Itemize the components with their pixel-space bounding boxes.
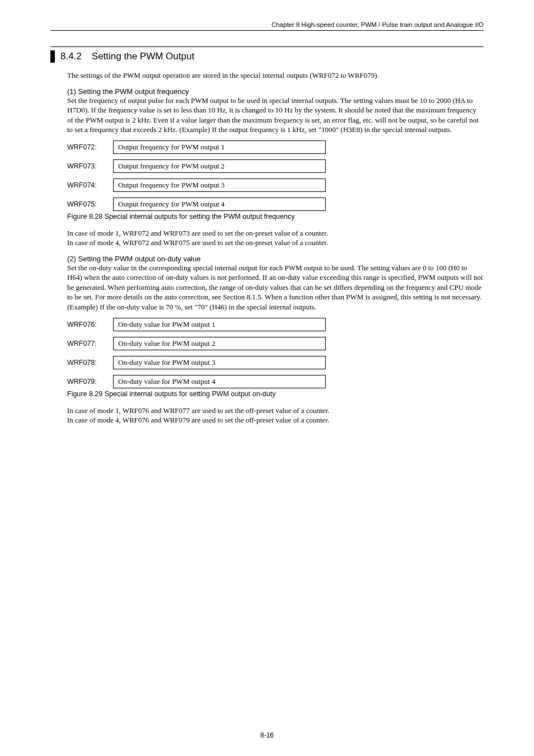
reg-row: WRF076: On-duty value for PWM output 1 — [67, 318, 484, 331]
reg-description: Output frequency for PWM output 1 — [113, 140, 326, 154]
part1-body: Set the frequency of output pulse for ea… — [67, 96, 484, 135]
reg-row: WRF073: Output frequency for PWM output … — [67, 159, 484, 173]
part2-note2: In case of mode 4, WRF076 and WRF079 are… — [67, 415, 484, 425]
reg-label: WRF074: — [67, 181, 113, 189]
section-title: Setting the PWM Output — [92, 51, 194, 62]
reg-row: WRF075: Output frequency for PWM output … — [67, 198, 484, 211]
reg-description: On-duty value for PWM output 2 — [113, 337, 326, 350]
reg-label: WRF079: — [67, 378, 113, 386]
reg-row: WRF078: On-duty value for PWM output 3 — [67, 356, 484, 369]
part1-note2: In case of mode 4, WRF072 and WRF075 are… — [67, 238, 484, 248]
reg-label: WRF077: — [67, 340, 113, 348]
reg-description: On-duty value for PWM output 3 — [113, 356, 326, 369]
reg-label: WRF072: — [67, 143, 113, 151]
figure-caption-1: Figure 8.28 Special internal outputs for… — [67, 213, 484, 220]
section-heading: 8.4.2 Setting the PWM Output — [50, 46, 484, 63]
reg-description: Output frequency for PWM output 4 — [113, 198, 326, 211]
section-number: 8.4.2 — [60, 51, 82, 62]
reg-label: WRF075: — [67, 200, 113, 208]
reg-description: On-duty value for PWM output 1 — [113, 318, 326, 331]
intro-paragraph: The settings of the PWM output operation… — [67, 71, 484, 81]
part2-note1: In case of mode 1, WRF076 and WRF077 are… — [67, 406, 484, 416]
part2-body: Set the on-duty value in the correspondi… — [67, 263, 484, 312]
section-bar-icon — [50, 50, 55, 63]
part1-heading: (1) Setting the PWM output frequency — [67, 87, 484, 96]
reg-label: WRF073: — [67, 162, 113, 170]
reg-description: Output frequency for PWM output 3 — [113, 179, 326, 192]
reg-label: WRF078: — [67, 359, 113, 367]
register-list-1: WRF072: Output frequency for PWM output … — [67, 140, 484, 211]
reg-label: WRF076: — [67, 321, 113, 328]
part1-note1: In case of mode 1, WRF072 and WRF073 are… — [67, 228, 484, 238]
reg-description: On-duty value for PWM output 4 — [113, 375, 326, 388]
reg-row: WRF079: On-duty value for PWM output 4 — [67, 375, 484, 388]
reg-row: WRF077: On-duty value for PWM output 2 — [67, 337, 484, 350]
register-list-2: WRF076: On-duty value for PWM output 1 W… — [67, 318, 484, 388]
part2-heading: (2) Setting the PWM output on-duty value — [67, 255, 484, 263]
chapter-header: Chapter 8 High-speed counter, PWM / Puls… — [50, 0, 484, 31]
reg-description: Output frequency for PWM output 2 — [113, 159, 326, 173]
page-number: 8-16 — [0, 731, 534, 739]
figure-caption-2: Figure 8.29 Special internal outputs for… — [67, 390, 484, 398]
reg-row: WRF072: Output frequency for PWM output … — [67, 140, 484, 154]
reg-row: WRF074: Output frequency for PWM output … — [67, 179, 484, 192]
